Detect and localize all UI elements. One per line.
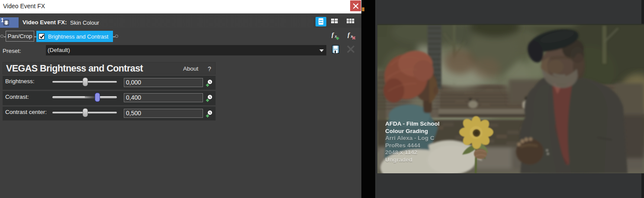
svg-text:f: f: [332, 31, 335, 38]
svg-text:f: f: [348, 31, 351, 38]
svg-text:x: x: [351, 34, 353, 39]
svg-text:x: x: [335, 34, 337, 39]
svg-text:1: 1: [1, 17, 4, 23]
